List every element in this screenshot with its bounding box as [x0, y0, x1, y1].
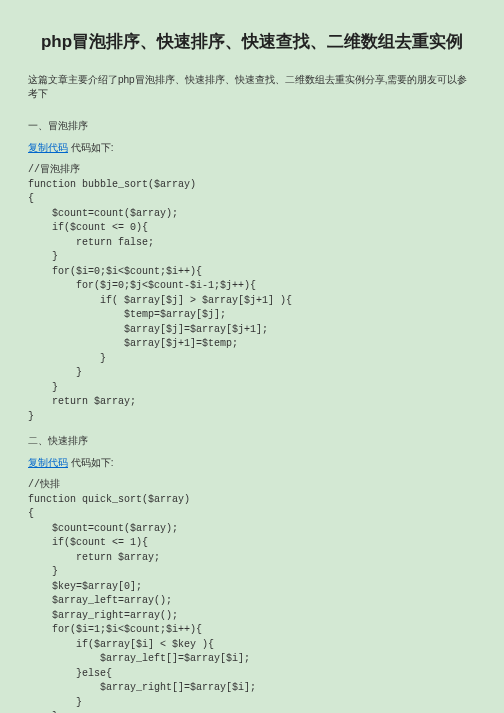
copy-code-link-2[interactable]: 复制代码 [28, 457, 68, 468]
code-block-2: //快排 function quick_sort($array) { $coun… [28, 478, 476, 713]
section-1-heading: 一、冒泡排序 [28, 119, 476, 133]
code-block-1: //冒泡排序 function bubble_sort($array) { $c… [28, 163, 476, 424]
copy-code-link-1[interactable]: 复制代码 [28, 142, 68, 153]
copy-suffix-2: 代码如下: [68, 457, 114, 468]
copy-suffix-1: 代码如下: [68, 142, 114, 153]
copy-line-2: 复制代码 代码如下: [28, 456, 476, 470]
page-title: php冒泡排序、快速排序、快速查找、二维数组去重实例 [28, 30, 476, 53]
intro-text: 这篇文章主要介绍了php冒泡排序、快速排序、快速查找、二维数组去重实例分享,需要… [28, 73, 476, 101]
copy-line-1: 复制代码 代码如下: [28, 141, 476, 155]
section-2-heading: 二、快速排序 [28, 434, 476, 448]
